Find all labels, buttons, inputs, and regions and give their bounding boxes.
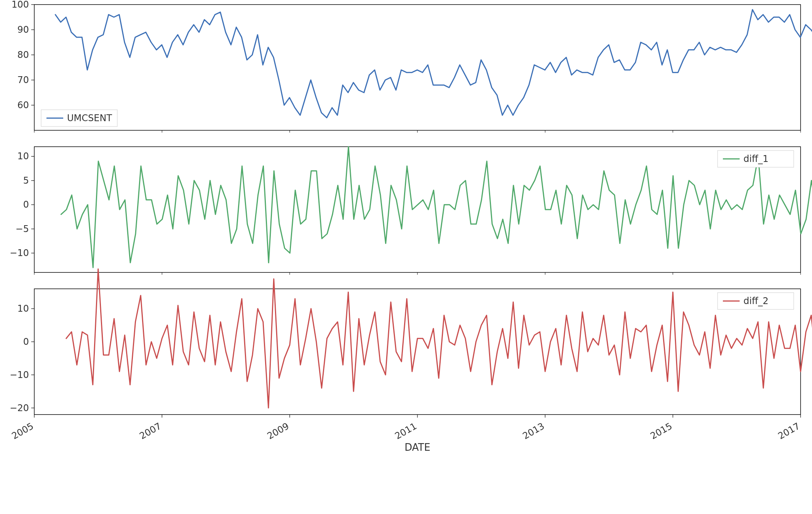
y-tick-label: 90 — [17, 24, 29, 35]
y-tick-label: 60 — [17, 100, 29, 110]
legend: UMCSENT — [41, 110, 117, 126]
legend: diff_2 — [718, 293, 794, 309]
subplot-2: −20−100102005200720092011201320152017DAT… — [10, 269, 812, 453]
y-tick-label: −20 — [10, 403, 29, 413]
x-tick-label: 2005 — [10, 421, 35, 442]
y-tick-label: 0 — [23, 336, 29, 347]
axes-frame — [34, 5, 801, 130]
series-line-diff_1 — [61, 147, 812, 267]
y-tick-label: −5 — [16, 224, 29, 234]
x-tick-label: 2017 — [776, 421, 802, 442]
x-tick-label: 2015 — [649, 421, 674, 442]
series-line-diff_2 — [66, 269, 812, 408]
legend-label: diff_1 — [743, 154, 769, 164]
x-tick-label: 2007 — [137, 421, 163, 442]
chart-svg: 60708090100UMCSENT−10−50510diff_1−20−100… — [0, 0, 812, 514]
figure: 60708090100UMCSENT−10−50510diff_1−20−100… — [0, 0, 812, 514]
x-tick-label: 2011 — [393, 421, 419, 442]
y-tick-label: −10 — [10, 248, 29, 258]
legend-label: diff_2 — [743, 296, 769, 306]
series-line-UMCSENT — [55, 10, 812, 118]
y-tick-label: 10 — [17, 151, 29, 162]
x-tick-label: 2013 — [521, 421, 546, 442]
y-tick-label: 70 — [17, 75, 29, 85]
y-tick-label: 80 — [17, 50, 29, 60]
y-tick-label: −10 — [10, 370, 29, 380]
subplot-0: 60708090100UMCSENT — [11, 0, 812, 133]
y-tick-label: 10 — [17, 303, 29, 314]
axes-frame — [34, 147, 801, 272]
x-tick-label: 2009 — [265, 421, 291, 442]
legend-label: UMCSENT — [67, 113, 112, 123]
legend: diff_1 — [718, 151, 794, 167]
y-tick-label: 100 — [11, 0, 29, 10]
subplot-1: −10−50510diff_1 — [10, 147, 812, 275]
y-tick-label: 5 — [23, 175, 29, 186]
x-axis-label: DATE — [404, 442, 430, 453]
y-tick-label: 0 — [23, 199, 29, 210]
